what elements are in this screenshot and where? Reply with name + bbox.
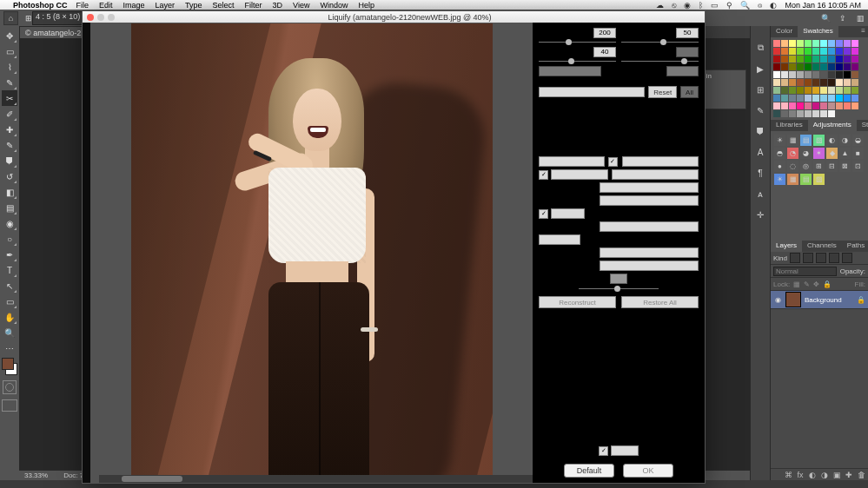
swatch[interactable] — [851, 63, 858, 70]
swatch[interactable] — [797, 95, 804, 102]
share-icon[interactable]: ⇪ — [837, 12, 849, 24]
control-center-icon[interactable]: ⌾ — [758, 1, 762, 10]
move-tool-icon[interactable]: ✥ — [2, 28, 17, 43]
ok-button[interactable]: OK — [623, 464, 673, 478]
filter-smart-icon[interactable] — [842, 253, 852, 263]
swatch[interactable] — [820, 87, 827, 94]
cloud-icon[interactable]: ☁ — [656, 1, 664, 10]
swatch[interactable] — [836, 48, 843, 55]
history-panel-icon[interactable]: ⧉ — [754, 42, 766, 54]
swatch[interactable] — [805, 63, 812, 70]
swatches-tab[interactable]: Swatches — [798, 26, 838, 37]
swatch[interactable] — [789, 95, 796, 102]
swatch[interactable] — [820, 95, 827, 102]
screen-mode-icon[interactable] — [2, 399, 17, 412]
adjustment-preset[interactable]: ☀ — [774, 135, 785, 146]
swatch[interactable] — [805, 40, 812, 47]
swatch[interactable] — [773, 63, 780, 70]
swatch[interactable] — [828, 102, 835, 109]
swatch[interactable] — [820, 110, 827, 117]
swatch[interactable] — [812, 40, 819, 47]
swatch[interactable] — [836, 56, 843, 63]
menu-select[interactable]: Select — [213, 1, 235, 10]
history-brush-tool-icon[interactable]: ↺ — [2, 168, 17, 184]
dodge-tool-icon[interactable]: ○ — [2, 231, 17, 247]
swatch[interactable] — [789, 48, 796, 55]
marquee-tool-icon[interactable]: ▭ — [2, 43, 17, 59]
swatch[interactable] — [812, 102, 819, 109]
layer-name[interactable]: Background — [805, 296, 842, 304]
swatch[interactable] — [805, 102, 812, 109]
swatch[interactable] — [851, 87, 858, 94]
liquify-titlebar[interactable]: Liquify (amatangelo-2120newWEB.jpg @ 40%… — [83, 11, 705, 23]
workspace-icon[interactable]: ▥ — [854, 12, 866, 24]
new-adjustment-icon[interactable]: ◑ — [820, 471, 829, 479]
brush-size-input[interactable]: 200 — [593, 28, 616, 38]
swatch[interactable] — [844, 87, 851, 94]
blur-tool-icon[interactable]: ◉ — [2, 215, 17, 231]
adjustment-preset[interactable]: ◔ — [787, 148, 798, 159]
swatch[interactable] — [805, 48, 812, 55]
swatch[interactable] — [797, 56, 804, 63]
brush-density-input[interactable]: 50 — [676, 28, 699, 38]
adjustment-preset[interactable]: ■ — [852, 148, 864, 159]
preview-checkbox[interactable]: ✓ — [599, 446, 608, 456]
brushes-panel-icon[interactable]: ✎ — [754, 104, 766, 116]
eraser-tool-icon[interactable]: ◧ — [2, 184, 17, 200]
hand-tool-icon[interactable]: ✋ — [2, 309, 17, 325]
swatch[interactable] — [805, 110, 812, 117]
lock-transparent-icon[interactable]: ▦ — [793, 280, 800, 288]
show-mask-checkbox[interactable]: ✓ — [539, 170, 548, 180]
blend-mode-select[interactable]: Normal — [773, 267, 837, 276]
reset-button[interactable]: Reset — [648, 86, 677, 98]
swatch[interactable] — [851, 71, 858, 78]
backdrop-opacity-dropdown[interactable] — [600, 260, 699, 271]
swatch[interactable] — [828, 63, 835, 70]
swatch[interactable] — [781, 63, 788, 70]
backdrop-mode-dropdown[interactable] — [600, 247, 699, 258]
swatch[interactable] — [773, 71, 780, 78]
swatch[interactable] — [797, 79, 804, 86]
liquify-canvas[interactable] — [131, 23, 493, 475]
window-controls[interactable] — [87, 14, 115, 21]
swatch[interactable] — [805, 79, 812, 86]
adjustment-preset[interactable]: ⊞ — [813, 161, 825, 172]
menu-file[interactable]: File — [76, 1, 89, 10]
lock-icon[interactable]: 🔒 — [857, 296, 865, 304]
swatch[interactable] — [781, 95, 788, 102]
menu-image[interactable]: Image — [123, 1, 145, 10]
swatch[interactable] — [836, 102, 843, 109]
swatch[interactable] — [836, 40, 843, 47]
paragraph-panel-icon[interactable]: ¶ — [754, 167, 766, 179]
swatch[interactable] — [789, 79, 796, 86]
reconstruct-amount-slider[interactable] — [579, 287, 659, 291]
swatch[interactable] — [851, 102, 858, 109]
swatch[interactable] — [805, 87, 812, 94]
menu-help[interactable]: Help — [358, 1, 374, 10]
brush-density-slider[interactable] — [621, 40, 699, 44]
clone-panel-icon[interactable]: ⛊ — [754, 125, 766, 137]
swatch[interactable] — [781, 40, 788, 47]
swatch[interactable] — [836, 71, 843, 78]
actions-panel-icon[interactable]: ▶ — [754, 63, 766, 75]
adjustment-preset[interactable]: ◎ — [800, 161, 812, 172]
shield-icon[interactable]: ◉ — [684, 1, 691, 10]
properties-panel-icon[interactable]: ⊞ — [754, 83, 766, 96]
brush-pressure-slider[interactable] — [539, 59, 616, 63]
search-icon[interactable]: 🔍 — [740, 1, 750, 10]
adjustment-preset[interactable]: ● — [774, 161, 785, 172]
menu-3d[interactable]: 3D — [273, 1, 283, 10]
menu-layer[interactable]: Layer — [156, 1, 176, 10]
swatch[interactable] — [781, 79, 788, 86]
quick-mask-icon[interactable] — [3, 380, 17, 394]
eyedropper-tool-icon[interactable]: ✐ — [2, 106, 17, 122]
navigator-panel-icon[interactable]: ✛ — [754, 208, 766, 221]
swatch[interactable] — [781, 48, 788, 55]
app-name[interactable]: Photoshop CC — [13, 1, 68, 10]
swatch[interactable] — [805, 95, 812, 102]
mesh-color-dropdown[interactable] — [622, 156, 699, 167]
color-picker-fgbg[interactable] — [2, 358, 17, 375]
wifi-icon[interactable]: ⚲ — [726, 1, 732, 10]
swatch[interactable] — [844, 40, 851, 47]
swatch[interactable] — [844, 56, 851, 63]
